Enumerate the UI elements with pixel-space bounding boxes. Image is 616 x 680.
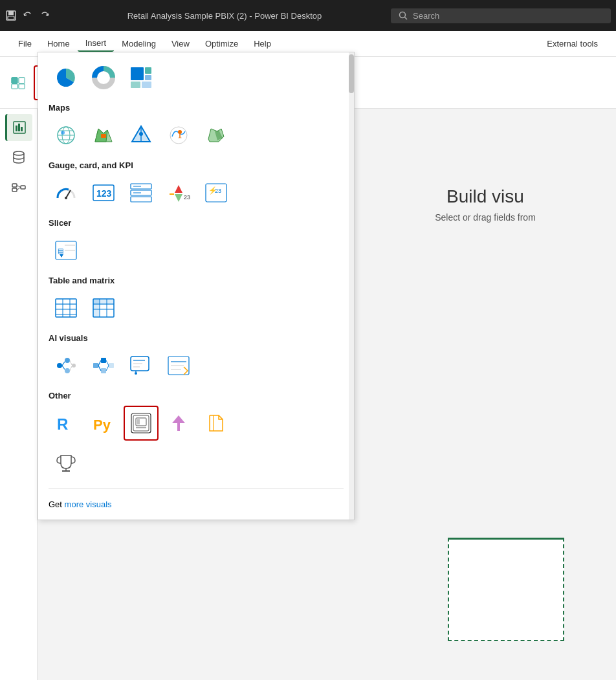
maps-icons-row (38, 115, 354, 155)
svg-marker-85 (60, 254, 63, 258)
new-visual-button[interactable] (5, 65, 31, 100)
donut-chart-icon[interactable] (86, 60, 121, 95)
ai-visuals-section-label: AI visuals (38, 328, 354, 345)
slicer-icon[interactable]: ▤ (49, 233, 83, 268)
build-visuals-subtitle: Select or drag fields from (435, 212, 536, 223)
sidebar-item-data[interactable] (5, 144, 32, 171)
svg-text:Py: Py (93, 417, 111, 433)
svg-point-99 (57, 363, 62, 368)
svg-rect-40 (21, 186, 25, 189)
menu-optimize[interactable]: Optimize (197, 36, 246, 51)
svg-line-105 (70, 360, 72, 365)
r-visual-icon[interactable]: R (49, 406, 83, 441)
canvas-placeholder (448, 538, 564, 641)
svg-point-60 (139, 132, 143, 136)
sidebar-item-report[interactable] (5, 114, 32, 141)
multi-row-card-icon[interactable] (124, 175, 159, 210)
table-icon[interactable] (49, 291, 83, 325)
title-bar: Retail Analysis Sample PBIX (2) - Power … (0, 0, 616, 31)
trophy-icon[interactable] (49, 446, 83, 481)
scrollbar-track[interactable] (349, 52, 354, 520)
get-more-text: Get (49, 499, 65, 509)
svg-rect-45 (131, 67, 144, 80)
sidebar-item-model[interactable] (5, 173, 32, 201)
svg-rect-56 (101, 134, 106, 138)
matrix-icon[interactable] (86, 291, 121, 325)
svg-marker-74 (175, 185, 182, 193)
azure-map-icon[interactable] (124, 118, 159, 153)
svg-rect-48 (131, 82, 140, 88)
shape-map-icon[interactable] (199, 118, 234, 153)
sidebar (0, 109, 38, 680)
svg-line-65 (66, 190, 71, 198)
kpi-icon[interactable]: 23 (161, 175, 196, 210)
other-section-label: Other (38, 386, 354, 403)
undo-icon[interactable] (22, 10, 34, 21)
svg-point-100 (65, 358, 70, 363)
maps-section-label: Maps (38, 98, 354, 115)
ai-icons-row (38, 345, 354, 386)
svg-rect-110 (109, 363, 114, 368)
redo-icon[interactable] (39, 10, 50, 21)
svg-point-55 (61, 131, 65, 135)
power-automate-icon[interactable] (161, 406, 196, 441)
svg-rect-7 (12, 83, 17, 88)
svg-rect-107 (93, 363, 98, 368)
power-apps-visual-icon[interactable] (124, 406, 159, 441)
pie-chart-icon[interactable] (49, 60, 83, 95)
svg-rect-94 (93, 299, 114, 304)
svg-rect-2 (8, 16, 14, 19)
get-more-visuals[interactable]: Get more visuals (38, 494, 354, 514)
build-visuals-title: Build visu (435, 186, 536, 207)
scrollbar-thumb[interactable] (349, 54, 354, 93)
qa-visual-icon[interactable] (124, 348, 159, 383)
svg-point-101 (65, 368, 70, 373)
svg-line-4 (405, 17, 408, 20)
gauge-icon[interactable] (49, 175, 83, 210)
svg-rect-127 (131, 413, 151, 433)
smart-narrative-icon[interactable] (161, 348, 196, 383)
svg-point-66 (65, 197, 67, 199)
save-icon[interactable] (5, 10, 17, 21)
menu-external-tools[interactable]: External tools (539, 36, 606, 51)
menu-modeling[interactable]: Modeling (114, 36, 164, 51)
gauge-icons-row: 123 23 (38, 173, 354, 213)
smart-narrative-kpi-icon[interactable]: ⚡ 23 (199, 175, 234, 210)
treemap-icon[interactable] (124, 60, 159, 95)
svg-line-114 (106, 366, 109, 371)
svg-line-112 (98, 366, 101, 371)
svg-line-113 (106, 360, 109, 366)
menu-view[interactable]: View (164, 36, 197, 51)
filled-map-icon[interactable] (86, 118, 121, 153)
svg-line-104 (62, 366, 65, 369)
globe-map-icon[interactable] (49, 118, 83, 153)
get-more-link[interactable]: more visuals (65, 499, 112, 509)
python-visual-icon[interactable]: Py (86, 406, 121, 441)
menu-home[interactable]: Home (39, 36, 78, 51)
top-icons-row (38, 58, 354, 98)
svg-point-44 (99, 73, 108, 82)
svg-rect-1 (8, 11, 14, 15)
svg-line-111 (98, 360, 101, 366)
svg-rect-5 (12, 77, 17, 83)
svg-text:23: 23 (215, 188, 221, 194)
dropdown-divider (49, 488, 344, 489)
menu-insert[interactable]: Insert (78, 36, 115, 52)
decomposition-tree-icon[interactable] (86, 348, 121, 383)
svg-rect-39 (12, 188, 17, 192)
search-box[interactable]: Search (391, 8, 611, 23)
svg-rect-108 (101, 358, 106, 363)
arcgis-map-icon[interactable] (161, 118, 196, 153)
svg-rect-71 (131, 197, 151, 202)
svg-line-103 (62, 362, 65, 366)
svg-rect-34 (16, 126, 17, 131)
svg-line-106 (70, 366, 72, 371)
search-placeholder: Search (413, 11, 439, 21)
svg-line-41 (17, 186, 21, 188)
card-123-icon[interactable]: 123 (86, 175, 121, 210)
key-influencers-icon[interactable] (49, 348, 83, 383)
menu-file[interactable]: File (10, 36, 39, 51)
svg-text:23: 23 (184, 194, 190, 201)
menu-help[interactable]: Help (246, 36, 279, 51)
paginated-report-icon[interactable] (199, 406, 234, 441)
